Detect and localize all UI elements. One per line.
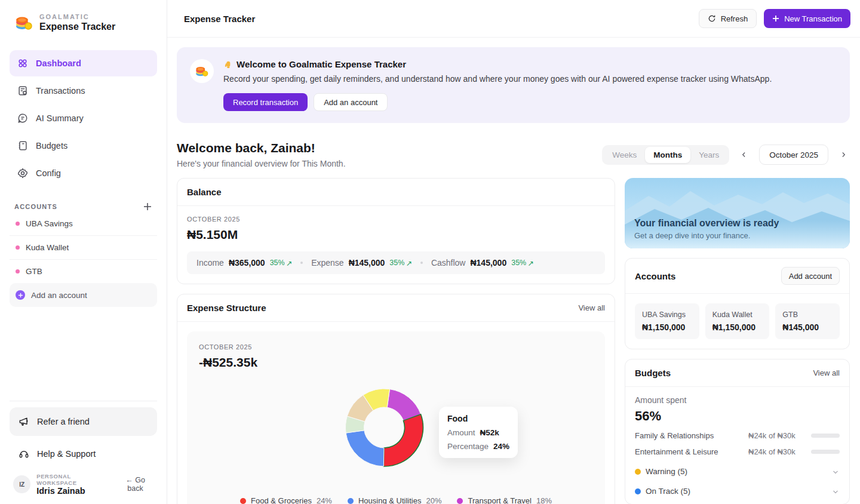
balance-card: Balance OCTOBER 2025 ₦5.150M Income ₦365… [177, 178, 615, 284]
banner-add-account-button[interactable]: Add an account [314, 93, 388, 111]
dashboard-columns: Balance OCTOBER 2025 ₦5.150M Income ₦365… [177, 178, 850, 504]
budget-group-on-track[interactable]: On Track (5) [635, 487, 840, 496]
banner-body: Record your spending, get daily reminder… [223, 74, 772, 84]
expense-view-all-link[interactable]: View all [578, 303, 605, 312]
app-root: GOALMATIC Expense Tracker Dashboard Tran… [0, 0, 860, 504]
balance-card-header: Balance [177, 179, 615, 206]
expense-structure-card: Expense Structure View all OCTOBER 2025 … [177, 294, 615, 504]
sidebar-add-account-button[interactable]: Add an account [10, 283, 157, 307]
account-dot [16, 269, 20, 273]
expense-period: OCTOBER 2025 [199, 343, 593, 351]
megaphone-icon [18, 416, 30, 428]
period-controls: Weeks Months Years October 2025 [602, 145, 850, 165]
tooltip-title: Food [447, 414, 509, 423]
legend-dot [240, 498, 246, 504]
legend-item-housing[interactable]: Housing & Utilities 20% [348, 496, 442, 504]
sidebar-item-ai-summary[interactable]: AI Summary [10, 105, 157, 131]
welcome-banner: Welcome to Goalmatic Expense Tracker Rec… [177, 47, 850, 123]
workspace-label: PERSONAL WORKSPACE [36, 473, 111, 486]
legend-item-food[interactable]: Food & Groceries 24% [240, 496, 332, 504]
account-name: UBA Savings [26, 219, 73, 228]
dashboard-icon [17, 57, 29, 69]
banner-actions: Record transaction Add an account [223, 93, 772, 111]
welcome-back-title: Welcome back, Zainab! [177, 141, 346, 155]
sidebar-item-label: Config [36, 168, 61, 178]
topbar-actions: Refresh New Transaction [699, 9, 850, 28]
balance-stats: Income ₦365,000 35%↗ Expense ₦145,000 35… [187, 251, 605, 274]
income-label: Income [196, 258, 224, 268]
headphones-icon [18, 448, 30, 460]
account-name: Kuda Wallet [26, 243, 69, 252]
donut-segment[interactable] [383, 414, 423, 466]
sidebar-account-gtb[interactable]: GTB [10, 259, 157, 283]
tab-weeks[interactable]: Weeks [604, 147, 645, 163]
page-title: Expense Tracker [184, 14, 255, 24]
cashflow-label: Cashflow [431, 258, 466, 268]
user-name: Idris Zainab [36, 486, 111, 496]
donut-chart-svg[interactable] [340, 383, 429, 472]
insight-subtitle: Get a deep dive into your finance. [634, 231, 779, 240]
account-dot [16, 245, 20, 250]
donut-segment[interactable] [346, 431, 384, 466]
refresh-label: Refresh [721, 14, 748, 23]
insight-title: Your financial overview is ready [634, 218, 779, 229]
refer-a-friend-button[interactable]: Refer a friend [10, 407, 157, 436]
chevron-right-icon [839, 150, 847, 159]
right-column: Your financial overview is ready Get a d… [625, 178, 850, 504]
chart-legend-row-1: Food & Groceries 24% Housing & Utilities… [199, 496, 593, 504]
legend-item-transport[interactable]: Transport & Travel 18% [457, 496, 551, 504]
tab-months[interactable]: Months [645, 147, 690, 163]
add-account-button[interactable]: Add account [781, 267, 840, 285]
new-transaction-button[interactable]: New Transaction [764, 9, 850, 28]
balance-title: Balance [187, 187, 222, 197]
brand-name: Expense Tracker [39, 21, 115, 32]
tab-years[interactable]: Years [690, 147, 727, 163]
help-support-button[interactable]: Help & Support [10, 441, 157, 467]
accounts-section-header: ACCOUNTS [10, 202, 157, 211]
legend-dot [457, 498, 463, 504]
go-back-button[interactable]: ← Go back [117, 476, 153, 493]
accounts-section-title: ACCOUNTS [14, 203, 57, 210]
add-account-plus-button[interactable] [143, 202, 152, 211]
budgets-view-all-link[interactable]: View all [813, 368, 840, 377]
sidebar-item-transactions[interactable]: Transactions [10, 78, 157, 104]
sidebar-item-budgets[interactable]: Budgets [10, 133, 157, 159]
legend-dot [348, 498, 354, 504]
budget-group-warning[interactable]: Warning (5) [635, 467, 840, 476]
budget-row-entertainment: Entertainment & Leisure ₦24k of ₦30k [635, 447, 840, 456]
next-period-button[interactable] [837, 148, 850, 161]
refresh-button[interactable]: Refresh [699, 9, 757, 28]
expense-chart-panel: OCTOBER 2025 -₦525.35k Food Amount ₦52k [187, 331, 605, 504]
chevron-down-icon [831, 468, 840, 476]
sidebar-item-dashboard[interactable]: Dashboard [10, 50, 157, 76]
period-select-button[interactable]: October 2025 [759, 145, 828, 165]
new-transaction-label: New Transaction [784, 14, 842, 23]
plus-icon [143, 202, 152, 211]
cashflow-stat: Cashflow ₦145,000 35%↗ [431, 258, 534, 268]
record-transaction-button[interactable]: Record transaction [223, 93, 308, 111]
previous-period-button[interactable] [738, 148, 751, 161]
account-tile-uba[interactable]: UBA Savings ₦1,150,000 [635, 303, 699, 339]
welcome-back-subtitle: Here's your financial overview for This … [177, 159, 346, 168]
on-track-dot [635, 488, 641, 494]
sidebar-item-label: Budgets [36, 141, 67, 150]
sidebar-account-kuda[interactable]: Kuda Wallet [10, 235, 157, 259]
add-account-label: Add an account [31, 291, 87, 300]
main-area: Expense Tracker Refresh New Transaction [167, 0, 860, 504]
accounts-card-header: Accounts Add account [625, 259, 849, 294]
plus-circle-icon [16, 290, 25, 300]
gear-icon [17, 167, 29, 179]
account-dot [16, 222, 20, 226]
account-tile-gtb[interactable]: GTB ₦145,000 [775, 303, 840, 339]
expense-structure-title: Expense Structure [187, 303, 266, 313]
sidebar-account-uba[interactable]: UBA Savings [10, 211, 157, 235]
workspace-switcher[interactable]: IZ PERSONAL WORKSPACE Idris Zainab ← Go … [10, 473, 157, 496]
donut-chart[interactable]: Food Amount ₦52k Percentage 24% [199, 383, 593, 472]
sidebar-item-config[interactable]: Config [10, 160, 157, 186]
coins-logo-icon [14, 13, 33, 32]
help-label: Help & Support [37, 449, 96, 459]
account-tile-kuda[interactable]: Kuda Wallet ₦1,150,000 [705, 303, 770, 339]
overview-row: Welcome back, Zainab! Here's your financ… [177, 141, 850, 168]
financial-overview-card[interactable]: Your financial overview is ready Get a d… [625, 178, 850, 248]
budgets-card: Budgets View all Amount spent 56% Family… [625, 359, 850, 504]
